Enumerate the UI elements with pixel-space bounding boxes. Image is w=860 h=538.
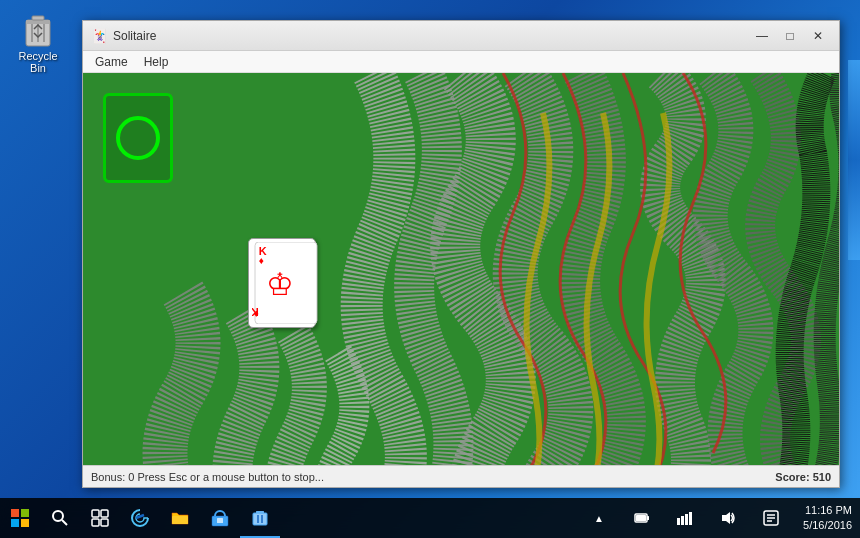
- win-overlay: K ♦ K ♦ ♔: [83, 73, 839, 465]
- card-face-svg: K ♦ K ♦ ♔: [252, 242, 320, 324]
- score-value: 510: [813, 471, 831, 483]
- svg-point-16: [53, 511, 63, 521]
- maximize-button[interactable]: □: [777, 26, 803, 46]
- window-controls: — □ ✕: [749, 26, 831, 46]
- search-taskbar-icon: [49, 507, 71, 529]
- svg-text:♦: ♦: [254, 309, 259, 320]
- svg-rect-18: [92, 510, 99, 517]
- volume-indicator[interactable]: [708, 498, 748, 538]
- svg-marker-36: [722, 512, 730, 524]
- close-button[interactable]: ✕: [805, 26, 831, 46]
- network-indicator[interactable]: [665, 498, 705, 538]
- window-menubar: Game Help: [83, 51, 839, 73]
- status-bar: Bonus: 0 Press Esc or a mouse button to …: [83, 465, 839, 487]
- svg-rect-13: [21, 509, 29, 517]
- svg-text:♦: ♦: [259, 255, 264, 266]
- search-taskbar-button[interactable]: [40, 498, 80, 538]
- recycle-bin-taskbar-button[interactable]: [240, 498, 280, 538]
- svg-rect-15: [21, 519, 29, 527]
- svg-rect-20: [92, 519, 99, 526]
- svg-rect-31: [636, 515, 646, 521]
- recycle-bin-label: Recycle Bin: [12, 50, 64, 74]
- windows-start-icon: [9, 507, 31, 529]
- svg-rect-19: [101, 510, 108, 517]
- desktop: Recycle Bin 🃏 Solitaire — □ ✕ Game Help: [0, 0, 860, 538]
- svg-line-17: [62, 520, 67, 525]
- battery-indicator[interactable]: [622, 498, 662, 538]
- king-of-diamonds-card: K ♦ K ♦ ♔: [248, 238, 316, 328]
- file-explorer-icon: [169, 507, 191, 529]
- svg-rect-1: [26, 20, 50, 24]
- edge-browser-button[interactable]: [120, 498, 160, 538]
- taskbar-time: 11:16 PM: [803, 503, 852, 518]
- svg-rect-12: [11, 509, 19, 517]
- recycle-bin-taskbar-icon: [249, 506, 271, 528]
- svg-rect-24: [217, 518, 223, 523]
- desktop-accent: [848, 60, 860, 260]
- svg-rect-14: [11, 519, 19, 527]
- network-icon: [677, 510, 693, 526]
- battery-icon: [634, 510, 650, 526]
- svg-rect-26: [256, 511, 264, 513]
- svg-rect-34: [685, 514, 688, 525]
- taskbar-date: 5/16/2016: [803, 518, 852, 533]
- taskbar-clock[interactable]: 11:16 PM 5/16/2016: [795, 503, 860, 534]
- window-titlebar: 🃏 Solitaire — □ ✕: [83, 21, 839, 51]
- svg-rect-35: [689, 512, 692, 525]
- recycle-bin-graphic: [22, 12, 54, 48]
- minimize-button[interactable]: —: [749, 26, 775, 46]
- action-center-button[interactable]: [751, 498, 791, 538]
- score-display: Score: 510: [775, 471, 831, 483]
- task-view-icon: [89, 507, 111, 529]
- svg-rect-32: [677, 518, 680, 525]
- svg-rect-21: [101, 519, 108, 526]
- svg-text:♔: ♔: [266, 267, 294, 302]
- edge-browser-icon: [129, 507, 151, 529]
- svg-rect-25: [253, 513, 267, 525]
- svg-rect-30: [647, 516, 649, 520]
- bonus-status-text: Bonus: 0 Press Esc or a mouse button to …: [91, 471, 775, 483]
- recycle-bin-icon[interactable]: Recycle Bin: [8, 8, 68, 78]
- task-view-button[interactable]: [80, 498, 120, 538]
- flying-cards-svg: [83, 73, 839, 465]
- menu-game[interactable]: Game: [87, 53, 136, 71]
- volume-icon: [720, 510, 736, 526]
- game-area[interactable]: K ♦ K ♦ ♔: [83, 73, 839, 465]
- show-hidden-icon: ▲: [594, 513, 604, 524]
- action-center-icon: [763, 510, 779, 526]
- taskbar: ▲: [0, 498, 860, 538]
- svg-rect-22: [172, 516, 188, 524]
- start-button[interactable]: [0, 498, 40, 538]
- svg-rect-33: [681, 516, 684, 525]
- window-title-icon: 🃏: [91, 28, 107, 44]
- store-button[interactable]: [200, 498, 240, 538]
- solitaire-window: 🃏 Solitaire — □ ✕ Game Help: [82, 20, 840, 488]
- score-label: Score:: [775, 471, 809, 483]
- svg-rect-5: [32, 16, 44, 20]
- store-icon: [209, 507, 231, 529]
- window-title: Solitaire: [113, 29, 749, 43]
- file-explorer-button[interactable]: [160, 498, 200, 538]
- system-tray: ▲: [575, 498, 795, 538]
- show-hidden-icons-button[interactable]: ▲: [579, 498, 619, 538]
- menu-help[interactable]: Help: [136, 53, 177, 71]
